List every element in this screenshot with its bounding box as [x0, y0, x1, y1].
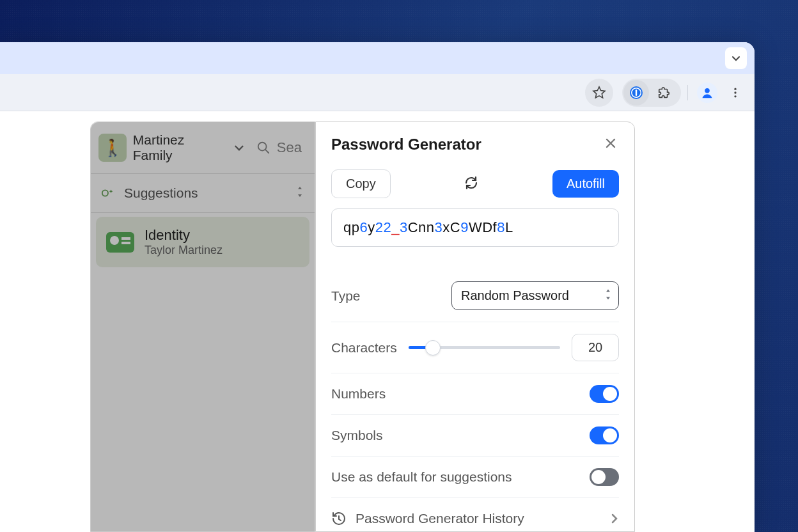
numbers-toggle[interactable] — [590, 385, 619, 403]
symbols-toggle[interactable] — [590, 426, 619, 444]
svg-point-7 — [734, 95, 736, 97]
password-generator-panel: Password Generator Copy Autofill qp6y22_… — [315, 121, 635, 532]
characters-label: Characters — [331, 340, 397, 356]
generated-password-field[interactable]: qp6y22_3Cnn3xC9WDf8L — [331, 208, 619, 247]
characters-slider[interactable] — [409, 340, 560, 356]
action-row: Copy Autofill — [331, 169, 619, 198]
default-label: Use as default for suggestions — [331, 469, 512, 485]
svg-point-6 — [734, 91, 736, 93]
browser-window: 🚶 Martinez Family Sea Suggestions Identi… — [0, 42, 755, 532]
select-caret-icon — [604, 288, 612, 303]
type-row: Type Random Password — [331, 270, 619, 322]
panel-title: Password Generator — [331, 136, 481, 153]
browser-toolbar — [0, 74, 755, 111]
star-icon — [592, 86, 606, 100]
default-toggle[interactable] — [590, 468, 619, 486]
tab-strip — [0, 42, 755, 74]
onepassword-icon — [629, 85, 644, 100]
history-icon — [331, 511, 347, 526]
panel-header: Password Generator — [331, 134, 619, 155]
regenerate-button[interactable] — [458, 170, 484, 198]
history-label: Password Generator History — [356, 511, 601, 526]
content-area: 🚶 Martinez Family Sea Suggestions Identi… — [0, 111, 755, 532]
person-icon — [701, 86, 714, 99]
numbers-row: Numbers — [331, 373, 619, 415]
close-icon — [605, 137, 616, 149]
extension-popup-background: 🚶 Martinez Family Sea Suggestions Identi… — [90, 121, 315, 532]
tab-dropdown[interactable] — [725, 47, 747, 69]
extensions-button[interactable] — [652, 80, 677, 106]
autofill-button[interactable]: Autofill — [552, 170, 619, 198]
kebab-icon — [729, 86, 742, 99]
profile-button[interactable] — [697, 82, 717, 103]
modal-scrim — [91, 122, 315, 531]
toolbar-separator — [687, 85, 688, 100]
refresh-icon — [464, 175, 479, 191]
characters-row: Characters 20 — [331, 322, 619, 373]
close-button[interactable] — [602, 134, 619, 155]
symbols-row: Symbols — [331, 415, 619, 457]
browser-menu-button[interactable] — [723, 80, 748, 106]
onepassword-extension-button[interactable] — [623, 80, 649, 106]
symbols-label: Symbols — [331, 428, 383, 443]
history-row[interactable]: Password Generator History — [331, 498, 619, 532]
svg-rect-3 — [636, 90, 637, 96]
copy-button[interactable]: Copy — [331, 169, 391, 198]
chevron-right-icon — [610, 512, 619, 525]
type-label: Type — [331, 288, 361, 304]
numbers-label: Numbers — [331, 386, 386, 402]
chevron-down-icon — [731, 53, 741, 63]
svg-point-5 — [734, 88, 736, 90]
type-select[interactable]: Random Password — [451, 281, 619, 310]
default-row: Use as default for suggestions — [331, 457, 619, 498]
characters-value[interactable]: 20 — [572, 334, 619, 361]
type-value: Random Password — [461, 288, 569, 302]
bookmark-button[interactable] — [585, 79, 613, 107]
slider-thumb[interactable] — [425, 340, 441, 356]
pinned-extensions — [622, 79, 681, 107]
puzzle-icon — [657, 86, 671, 100]
svg-point-4 — [705, 88, 710, 93]
